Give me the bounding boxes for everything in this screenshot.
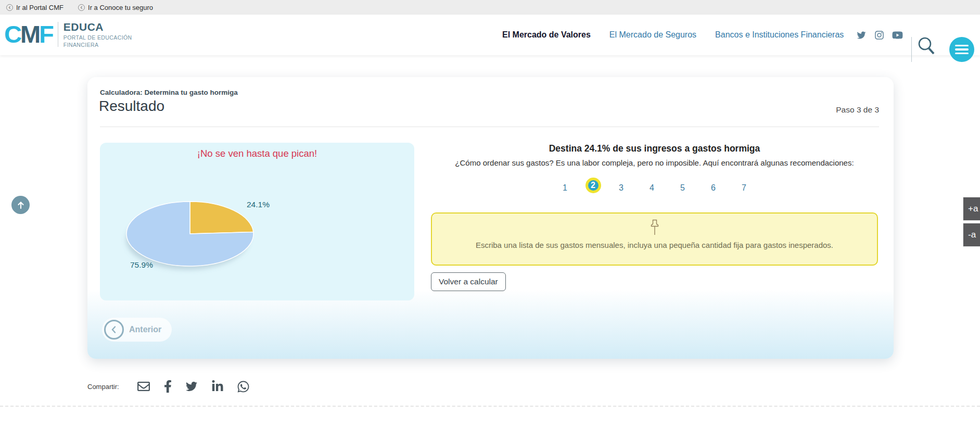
logo-text: EDUCA PORTAL DE EDUCACIÓN FINANCIERA bbox=[63, 21, 132, 48]
recommendation-tip-box: Escriba una lista de sus gastos mensuale… bbox=[431, 212, 878, 266]
linkedin-icon[interactable] bbox=[211, 380, 224, 393]
tip-text: Escriba una lista de sus gastos mensuale… bbox=[432, 241, 877, 249]
recommendation-pager: 1 2 3 4 5 6 7 bbox=[431, 178, 878, 198]
main-nav: El Mercado de Valores El Mercado de Segu… bbox=[502, 15, 844, 55]
result-subheading: ¿Cómo ordenar sus gastos? Es una labor c… bbox=[431, 158, 878, 167]
dashed-separator bbox=[0, 406, 980, 407]
header-social-icons bbox=[856, 15, 903, 55]
cmf-logo-letters: CMF bbox=[4, 23, 53, 46]
pager-page-2-active[interactable]: 2 bbox=[586, 178, 601, 193]
arrow-up-icon bbox=[17, 201, 25, 209]
pager-page-3[interactable]: 3 bbox=[611, 178, 632, 198]
facebook-icon[interactable] bbox=[164, 380, 172, 393]
font-decrease-button[interactable]: -a bbox=[963, 223, 980, 247]
calculator-result-card: Calculadora: Determina tu gasto hormiga … bbox=[87, 77, 894, 359]
twitter-icon[interactable] bbox=[185, 381, 198, 392]
chevron-left-icon bbox=[104, 320, 124, 340]
link-conoce-tu-seguro[interactable]: ‹ Ir a Conoce tu seguro bbox=[78, 4, 153, 11]
youtube-icon[interactable] bbox=[892, 30, 903, 40]
pushpin-icon bbox=[432, 219, 877, 236]
email-icon[interactable] bbox=[136, 380, 151, 393]
link-portal-cmf-label: Ir al Portal CMF bbox=[16, 4, 63, 11]
logo-subtitle-2: FINANCIERA bbox=[63, 42, 132, 48]
chart-panel: ¡No se ven hasta que pican! 24.1% 75.9% bbox=[100, 143, 414, 300]
cmf-educa-logo[interactable]: CMF EDUCA PORTAL DE EDUCACIÓN FINANCIERA bbox=[4, 21, 132, 48]
circle-back-icon: ‹ bbox=[6, 4, 13, 11]
pie-slice-label-large: 75.9% bbox=[130, 260, 153, 270]
logo-subtitle-1: PORTAL DE EDUCACIÓN bbox=[63, 34, 132, 41]
step-indicator: Paso 3 de 3 bbox=[836, 105, 879, 115]
nav-mercado-valores[interactable]: El Mercado de Valores bbox=[502, 30, 591, 40]
pager-page-5[interactable]: 5 bbox=[672, 178, 693, 198]
hamburger-menu-icon[interactable] bbox=[949, 37, 974, 62]
previous-button[interactable]: Anterior bbox=[102, 318, 172, 342]
cmf-educa-page: ‹ Ir al Portal CMF ‹ Ir a Conoce tu segu… bbox=[0, 0, 980, 439]
calculator-kicker: Calculadora: Determina tu gasto hormiga bbox=[100, 89, 238, 96]
previous-button-label: Anterior bbox=[129, 325, 161, 334]
nav-mercado-seguros[interactable]: El Mercado de Seguros bbox=[609, 30, 696, 40]
pager-page-7[interactable]: 7 bbox=[734, 178, 755, 198]
result-heading: Destina 24.1% de sus ingresos a gastos h… bbox=[431, 143, 878, 154]
search-icon[interactable] bbox=[916, 35, 937, 56]
share-row: Compartir: bbox=[87, 376, 250, 397]
link-conoce-tu-seguro-label: Ir a Conoce tu seguro bbox=[88, 4, 153, 11]
page-title: Resultado bbox=[99, 98, 164, 115]
pie-chart bbox=[100, 143, 414, 300]
instagram-icon[interactable] bbox=[874, 30, 884, 40]
header-divider bbox=[911, 37, 912, 62]
link-portal-cmf[interactable]: ‹ Ir al Portal CMF bbox=[6, 4, 63, 11]
pager-page-6[interactable]: 6 bbox=[703, 178, 724, 198]
pager-page-4[interactable]: 4 bbox=[642, 178, 663, 198]
logo-title: EDUCA bbox=[63, 21, 132, 33]
share-label: Compartir: bbox=[87, 383, 119, 391]
pie-slice bbox=[190, 202, 253, 234]
utility-topbar: ‹ Ir al Portal CMF ‹ Ir a Conoce tu segu… bbox=[0, 0, 980, 15]
circle-back-icon: ‹ bbox=[78, 4, 85, 11]
logo-divider bbox=[58, 22, 58, 47]
twitter-icon[interactable] bbox=[856, 31, 867, 40]
main-header: CMF EDUCA PORTAL DE EDUCACIÓN FINANCIERA… bbox=[0, 15, 980, 55]
header-rule bbox=[100, 127, 879, 127]
whatsapp-icon[interactable] bbox=[237, 380, 250, 393]
scroll-to-top-button[interactable] bbox=[11, 196, 30, 214]
font-increase-button[interactable]: +a bbox=[963, 197, 980, 221]
nav-bancos-instituciones[interactable]: Bancos e Instituciones Financieras bbox=[715, 30, 844, 40]
recalculate-button[interactable]: Volver a calcular bbox=[431, 272, 506, 291]
pie-slice-label-small: 24.1% bbox=[247, 200, 270, 209]
pager-page-1[interactable]: 1 bbox=[555, 178, 576, 198]
